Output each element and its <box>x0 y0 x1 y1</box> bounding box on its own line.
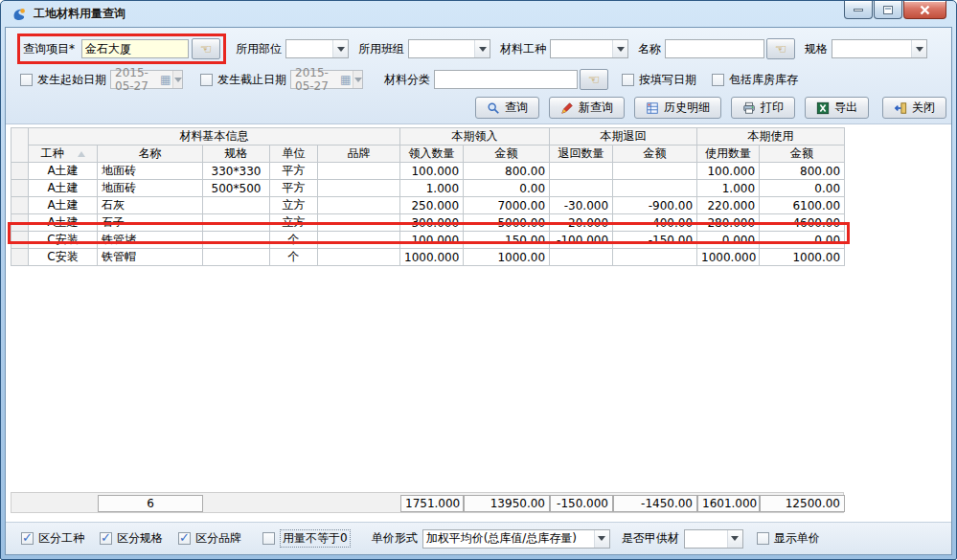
cell-ret-qty[interactable] <box>550 163 613 180</box>
cell-trade[interactable]: A土建 <box>29 197 98 214</box>
cell-name[interactable]: 石子 <box>98 214 203 232</box>
cell-name[interactable]: 石灰 <box>98 197 203 214</box>
usage-nonzero-checkbox[interactable] <box>262 532 275 545</box>
owner-supplied-select[interactable] <box>684 529 743 549</box>
cell-brand[interactable] <box>318 197 400 214</box>
cell-spec[interactable] <box>203 197 270 214</box>
cell-recv-qty[interactable]: 300.000 <box>400 214 464 232</box>
name-input[interactable] <box>665 39 764 58</box>
cell-trade[interactable]: A土建 <box>29 214 98 232</box>
cell-ret-qty[interactable] <box>550 249 613 266</box>
cell-name[interactable]: 地面砖 <box>98 180 203 197</box>
column-header-use-qty[interactable]: 使用数量 <box>697 146 760 163</box>
cell-spec[interactable]: 500*500 <box>203 180 270 197</box>
cell-unit[interactable]: 平方 <box>270 163 318 180</box>
cell-recv-qty[interactable]: 100.000 <box>400 232 464 249</box>
split-spec-checkbox[interactable] <box>100 532 112 545</box>
cell-use-amt[interactable]: 6100.00 <box>760 197 845 214</box>
cell-unit[interactable]: 立方 <box>270 214 318 232</box>
cell-recv-qty[interactable]: 100.000 <box>400 163 464 180</box>
cell-recv-amt[interactable]: 7000.00 <box>464 197 550 214</box>
cell-use-qty[interactable]: 220.000 <box>697 197 760 214</box>
cell-brand[interactable] <box>318 180 400 197</box>
column-header-use-amt[interactable]: 金额 <box>760 146 845 163</box>
cell-use-qty[interactable]: 1.000 <box>697 180 760 197</box>
close-window-button[interactable] <box>903 1 946 19</box>
part-select[interactable] <box>285 39 349 58</box>
cell-unit[interactable]: 立方 <box>270 197 318 214</box>
cell-trade[interactable]: A土建 <box>29 180 98 197</box>
table-row-highlighted[interactable]: C安装 铁管堵 个 100.000 150.00 -100.000 -150.0… <box>11 232 845 249</box>
column-header-unit[interactable]: 单位 <box>270 146 318 163</box>
cell-ret-amt[interactable] <box>613 180 697 197</box>
title-bar[interactable]: 工地材料用量查询 <box>5 1 952 27</box>
cell-use-qty[interactable]: 1000.000 <box>697 249 760 266</box>
cell-ret-qty[interactable]: -30.000 <box>550 197 613 214</box>
cell-use-amt[interactable]: 4600.00 <box>760 214 845 232</box>
cell-spec[interactable] <box>203 249 270 266</box>
split-trade-checkbox[interactable] <box>21 532 34 545</box>
cell-recv-amt[interactable]: 800.00 <box>464 163 550 180</box>
start-date-field[interactable]: 2015-05-27 ▦ <box>110 70 183 89</box>
cell-ret-qty[interactable] <box>550 180 613 197</box>
name-picker-button[interactable]: ☜ <box>766 38 795 59</box>
cell-trade[interactable]: A土建 <box>29 163 98 180</box>
column-header-brand[interactable]: 品牌 <box>318 146 400 163</box>
cell-spec[interactable]: 330*330 <box>203 163 270 180</box>
cell-spec[interactable] <box>203 232 270 249</box>
cell-recv-amt[interactable]: 150.00 <box>464 232 550 249</box>
by-fill-date-checkbox[interactable] <box>622 74 634 86</box>
cell-name[interactable]: 地面砖 <box>98 163 203 180</box>
start-date-checkbox[interactable] <box>20 74 33 86</box>
column-header-recv-amt[interactable]: 金额 <box>464 146 550 163</box>
column-header-ret-amt[interactable]: 金额 <box>613 146 697 163</box>
cell-use-qty[interactable]: 280.000 <box>697 214 760 232</box>
category-picker-button[interactable]: ☜ <box>580 69 608 90</box>
column-header-spec[interactable]: 规格 <box>203 146 270 163</box>
split-brand-checkbox[interactable] <box>178 532 191 545</box>
cell-use-amt[interactable]: 1000.00 <box>760 249 845 266</box>
cell-brand[interactable] <box>318 249 400 266</box>
cell-name[interactable]: 铁管帽 <box>98 249 203 266</box>
table-row[interactable]: C安装 铁管帽 个 1000.000 1000.00 1000.000 1000… <box>11 249 845 266</box>
column-header-trade[interactable]: 工种 <box>29 146 98 163</box>
cell-brand[interactable] <box>318 163 400 180</box>
show-unit-price-checkbox[interactable] <box>757 532 769 545</box>
cell-ret-qty[interactable]: -20.000 <box>550 214 613 232</box>
cell-spec[interactable] <box>203 214 270 232</box>
print-button[interactable]: 打印 <box>731 97 795 119</box>
history-detail-button[interactable]: 历史明细 <box>634 97 721 119</box>
cell-recv-qty[interactable]: 1.000 <box>400 180 464 197</box>
cell-use-amt[interactable]: 800.00 <box>760 163 845 180</box>
cell-use-amt[interactable]: 0.00 <box>760 180 845 197</box>
cell-brand[interactable] <box>318 232 400 249</box>
table-row[interactable]: A土建 地面砖 500*500 平方 1.000 0.00 1.000 0.00 <box>11 180 845 197</box>
export-button[interactable]: 导出 <box>805 97 869 119</box>
cell-ret-amt[interactable] <box>613 163 697 180</box>
cell-recv-amt[interactable]: 1000.00 <box>464 249 550 266</box>
cell-use-qty[interactable]: 0.000 <box>697 232 760 249</box>
column-header-name[interactable]: 名称 <box>98 146 203 163</box>
category-input[interactable] <box>434 70 578 89</box>
cell-ret-amt[interactable]: -150.00 <box>613 232 697 249</box>
new-search-button[interactable]: 新查询 <box>549 97 625 119</box>
column-header-ret-qty[interactable]: 退回数量 <box>550 146 613 163</box>
minimize-button[interactable] <box>844 1 873 19</box>
cell-ret-amt[interactable]: -900.00 <box>613 197 697 214</box>
cell-use-amt[interactable]: 0.00 <box>760 232 845 249</box>
cell-ret-amt[interactable] <box>613 249 697 266</box>
cell-recv-amt[interactable]: 0.00 <box>464 180 550 197</box>
cell-trade[interactable]: C安装 <box>29 249 98 266</box>
cell-use-qty[interactable]: 100.000 <box>697 163 760 180</box>
price-mode-select[interactable]: 加权平均价(总库值/总库存量) <box>422 529 610 549</box>
cell-brand[interactable] <box>318 214 400 232</box>
project-picker-button[interactable]: ☜ <box>192 38 220 59</box>
include-stock-checkbox[interactable] <box>712 74 724 86</box>
cell-name[interactable]: 铁管堵 <box>98 232 203 249</box>
team-select[interactable] <box>408 39 490 58</box>
cell-ret-qty[interactable]: -100.000 <box>550 232 613 249</box>
cell-unit[interactable]: 个 <box>270 232 318 249</box>
cell-recv-qty[interactable]: 250.000 <box>400 197 464 214</box>
cell-trade[interactable]: C安装 <box>29 232 98 249</box>
spec-select[interactable] <box>832 39 927 58</box>
